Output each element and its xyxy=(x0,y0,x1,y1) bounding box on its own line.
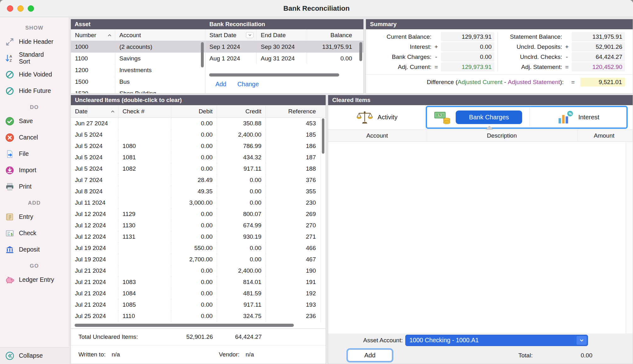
table-row[interactable]: Aug 1 2024Aug 31 20240.00 xyxy=(205,53,363,64)
sidebar-item-ledger-entry[interactable]: Ledger Entry xyxy=(0,272,69,288)
tab-interest[interactable]: % Interest xyxy=(529,107,626,128)
uncleared-items-panel: Uncleared Items (double-click to clear) … xyxy=(71,95,326,364)
cell: 1100 xyxy=(71,53,115,64)
scrollbar-thumb[interactable] xyxy=(75,324,294,327)
column-header-check-number[interactable]: Check # xyxy=(118,105,171,118)
zoom-button[interactable] xyxy=(28,5,34,12)
sidebar-item-hide-future[interactable]: Hide Future xyxy=(0,83,69,99)
traffic-lights xyxy=(7,5,34,12)
table-row[interactable]: 1200Investments xyxy=(71,64,205,76)
table-row[interactable]: Sep 1 2024Sep 30 2024131,975.91 xyxy=(205,41,363,53)
summary-panel: Summary Current Balance:129,973.91Intere… xyxy=(366,19,633,94)
tab-bank-charges[interactable]: $ Bank Charges xyxy=(427,107,529,128)
table-row[interactable]: Jul 19 20242,700.000.00467 xyxy=(71,254,320,265)
column-header-account[interactable]: Account xyxy=(115,29,205,41)
minimize-button[interactable] xyxy=(17,5,24,12)
scrollbar-thumb[interactable] xyxy=(209,73,339,77)
table-row[interactable]: Jul 5 202410800.00786.99186 xyxy=(71,140,320,152)
table-row[interactable]: Jul 25 202411100.00324.75236 xyxy=(71,310,320,322)
cell: Aug 31 2024 xyxy=(257,53,307,64)
sidebar-item-print[interactable]: Print xyxy=(0,179,69,195)
table-row[interactable]: Jul 12 202411300.00674.99270 xyxy=(71,220,320,231)
chevron-down-icon[interactable] xyxy=(246,32,254,38)
recon-horizontal-scrollbar[interactable] xyxy=(207,72,341,77)
table-row[interactable]: Jul 21 202410840.00481.59192 xyxy=(71,288,320,299)
sidebar-item-label: Deposit xyxy=(19,246,40,253)
cell: 1084 xyxy=(118,288,171,299)
summary-label: Interest: xyxy=(366,42,431,51)
change-link[interactable]: Change xyxy=(237,81,259,88)
recon-panel-title: Bank Reconciliation xyxy=(209,19,265,29)
scrollbar-thumb[interactable] xyxy=(322,118,324,154)
scrollbar-thumb[interactable] xyxy=(201,42,204,67)
table-row[interactable]: Jul 19 2024550.000.00466 xyxy=(71,242,320,254)
column-header-description[interactable]: Description xyxy=(426,130,578,142)
column-header-number[interactable]: Number xyxy=(71,29,115,41)
difference-prefix: Difference ( xyxy=(427,79,458,86)
sidebar-item-import[interactable]: Import xyxy=(0,162,69,179)
sidebar-item-hide-header[interactable]: Hide Header xyxy=(0,34,69,50)
cell: 0.00 xyxy=(217,186,266,197)
uncleared-vertical-scrollbar[interactable] xyxy=(320,118,326,322)
uncleared-horizontal-scrollbar[interactable] xyxy=(71,322,326,328)
column-header-balance[interactable]: Balance xyxy=(307,29,363,41)
sidebar-item-save[interactable]: Save xyxy=(0,113,69,129)
cell: Jul 11 2024 xyxy=(71,197,118,208)
asset-vertical-scrollbar[interactable] xyxy=(200,42,205,93)
cell: 269 xyxy=(266,208,320,220)
table-row[interactable]: Jul 5 20240.002,400.00185 xyxy=(71,129,320,140)
table-row[interactable]: Jul 12 202411290.00800.07269 xyxy=(71,208,320,220)
asset-account-dropdown[interactable]: 1000 Checking - 1000.A1 xyxy=(405,335,588,346)
column-header-debit[interactable]: Debit xyxy=(171,105,217,118)
cleared-panel-title: Cleared Items xyxy=(328,95,633,105)
sidebar-item-check[interactable]: $Check xyxy=(0,225,69,242)
table-row[interactable]: Jul 21 202410850.00917.11193 xyxy=(71,299,320,310)
table-row[interactable]: Jul 8 202449.350.00355 xyxy=(71,186,320,197)
column-header-account[interactable]: Account xyxy=(328,130,426,142)
sidebar-item-standard-sort[interactable]: AZStandard Sort xyxy=(0,50,69,66)
vendor-value: n/a xyxy=(246,351,254,358)
add-link[interactable]: Add xyxy=(215,81,226,88)
cell: 930.19 xyxy=(217,231,266,242)
sidebar-item-hide-voided[interactable]: Hide Voided xyxy=(0,66,69,83)
column-header-credit[interactable]: Credit xyxy=(217,105,266,118)
sidebar-item-cancel[interactable]: Cancel xyxy=(0,129,69,146)
sidebar-item-collapse[interactable]: Collapse xyxy=(0,347,69,364)
add-button[interactable]: Add xyxy=(348,350,392,361)
table-row[interactable]: 1000(2 accounts) xyxy=(71,41,205,53)
sidebar-item-deposit[interactable]: Deposit xyxy=(0,242,69,258)
table-row[interactable]: Jul 5 202410810.00434.32187 xyxy=(71,152,320,163)
column-header-reference[interactable]: Reference xyxy=(266,105,320,118)
cell: 1129 xyxy=(118,208,171,220)
column-header-end-date[interactable]: End Date xyxy=(257,29,307,41)
tab-activity[interactable]: Activity xyxy=(328,105,426,129)
table-row[interactable]: Jul 12 202411310.00930.19271 xyxy=(71,231,320,242)
table-row[interactable]: 1100Savings xyxy=(71,53,205,64)
scrollbar-thumb[interactable] xyxy=(359,42,362,61)
recon-vertical-scrollbar[interactable] xyxy=(358,42,363,65)
cleared-vertical-scrollbar[interactable] xyxy=(626,142,633,333)
table-row[interactable]: Jul 21 202410830.00814.01191 xyxy=(71,276,320,288)
interest-chart-icon: % xyxy=(557,110,574,125)
cell: Jul 5 2024 xyxy=(71,152,118,163)
cell: 550.00 xyxy=(171,242,217,254)
table-row[interactable]: Jul 21 20240.002,400.00190 xyxy=(71,265,320,276)
cell: 188 xyxy=(266,163,320,174)
table-row[interactable]: 1520Shop Building xyxy=(71,88,205,93)
close-button[interactable] xyxy=(7,5,13,12)
column-header-date[interactable]: Date xyxy=(71,105,118,118)
table-row[interactable]: Jul 11 20243,000.000.00230 xyxy=(71,197,320,208)
column-header-amount[interactable]: Amount xyxy=(578,130,626,142)
table-row[interactable]: Jun 27 20240.00350.88453 xyxy=(71,118,320,129)
difference-row: Difference (Adjusted Current - Adjusted … xyxy=(366,74,633,87)
cell: 0.00 xyxy=(171,140,217,152)
table-row[interactable]: Jul 7 202428.490.00376 xyxy=(71,174,320,186)
sidebar-item-entry[interactable]: Entry xyxy=(0,209,69,225)
sidebar-item-label: Ledger Entry xyxy=(19,276,54,283)
table-row[interactable]: 1500Bus xyxy=(71,76,205,88)
cell: 3,000.00 xyxy=(171,197,217,208)
column-header-start-date[interactable]: Start Date xyxy=(205,29,257,41)
written-to-label: Written to: xyxy=(78,351,105,358)
sidebar-item-file[interactable]: File xyxy=(0,146,69,162)
table-row[interactable]: Jul 5 202410820.00917.11188 xyxy=(71,163,320,174)
